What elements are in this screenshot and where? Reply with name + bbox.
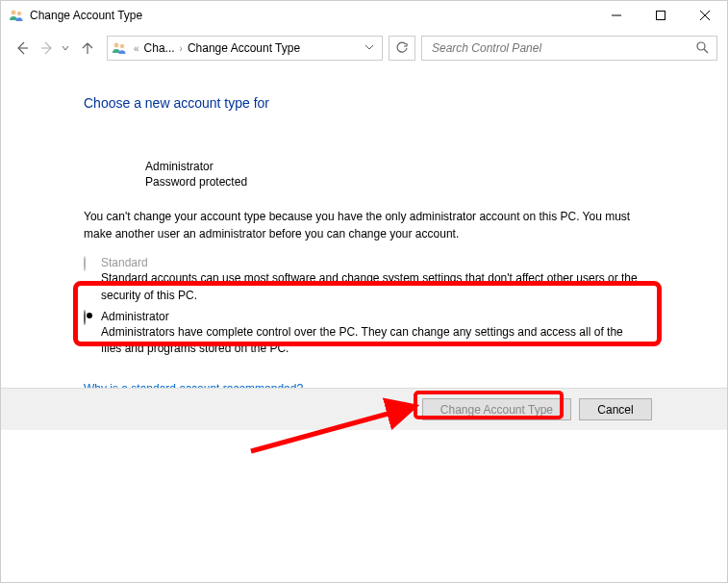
forward-button[interactable]: [36, 37, 59, 60]
chevron-left-icon: «: [131, 43, 142, 54]
users-icon: [112, 40, 127, 56]
user-info: Administrator Password protected: [1, 111, 727, 190]
svg-line-11: [704, 49, 708, 53]
svg-point-10: [697, 42, 705, 50]
address-dropdown-icon[interactable]: [361, 41, 378, 55]
account-type-options: Standard Standard accounts can use most …: [1, 256, 727, 358]
user-status: Password protected: [145, 174, 727, 190]
svg-rect-3: [657, 12, 665, 20]
window-title: Change Account Type: [30, 9, 142, 22]
svg-point-0: [12, 11, 16, 15]
user-name: Administrator: [145, 159, 727, 174]
radio-standard: [84, 257, 95, 268]
up-button[interactable]: [76, 37, 99, 60]
option-standard-desc: Standard accounts can use most software …: [101, 270, 644, 304]
svg-point-9: [120, 44, 124, 48]
option-administrator-desc: Administrators have complete control ove…: [101, 324, 644, 358]
breadcrumb-item[interactable]: Change Account Type: [188, 41, 300, 55]
navigation-bar: « Cha... › Change Account Type: [1, 30, 727, 66]
maximize-button[interactable]: [639, 1, 683, 30]
refresh-button[interactable]: [389, 36, 415, 61]
footer-bar: Change Account Type Cancel: [1, 388, 727, 430]
search-icon: [695, 40, 709, 57]
option-administrator[interactable]: Administrator Administrators have comple…: [84, 310, 644, 358]
svg-point-1: [17, 12, 21, 15]
minimize-button[interactable]: [594, 1, 639, 30]
window-controls: [594, 1, 727, 30]
cancel-button[interactable]: Cancel: [579, 398, 652, 420]
svg-point-8: [114, 43, 119, 48]
change-account-type-button[interactable]: Change Account Type: [422, 398, 571, 420]
page-heading: Choose a new account type for: [1, 74, 727, 111]
close-button[interactable]: [683, 1, 727, 30]
option-standard: Standard Standard accounts can use most …: [84, 256, 644, 304]
option-standard-label: Standard: [101, 256, 644, 269]
title-bar: Change Account Type: [1, 1, 727, 30]
history-dropdown-icon[interactable]: [61, 44, 70, 52]
search-field[interactable]: [421, 36, 717, 61]
content-area: Choose a new account type for Administra…: [1, 66, 727, 396]
breadcrumb-item[interactable]: Cha...: [144, 41, 175, 55]
explanation-text: You can't change your account type becau…: [1, 190, 727, 256]
address-bar[interactable]: « Cha... › Change Account Type: [107, 36, 383, 61]
radio-administrator[interactable]: [84, 311, 95, 322]
users-icon: [9, 8, 24, 23]
search-input[interactable]: [430, 40, 695, 56]
option-administrator-label: Administrator: [101, 310, 644, 323]
chevron-right-icon: ›: [177, 43, 186, 54]
back-button[interactable]: [11, 37, 34, 60]
